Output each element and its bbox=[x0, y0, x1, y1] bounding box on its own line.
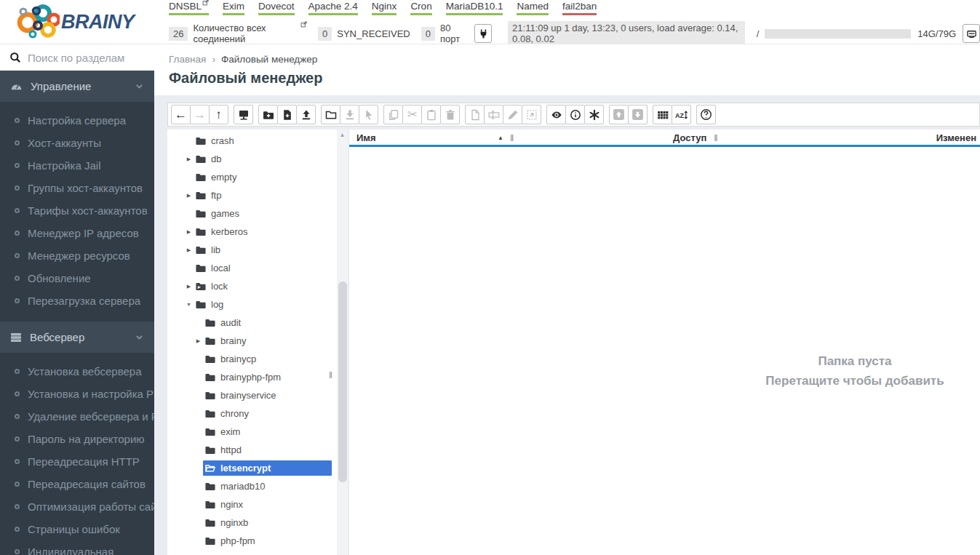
forward-button[interactable]: → bbox=[190, 105, 210, 124]
archive-extract-button[interactable] bbox=[628, 105, 648, 124]
tree-item-anchor[interactable]: db bbox=[194, 151, 332, 167]
properties-button[interactable] bbox=[565, 105, 585, 124]
tree-item-anchor[interactable]: empty bbox=[194, 169, 332, 185]
scroll-up-icon[interactable]: ▲ bbox=[337, 129, 348, 140]
tree-item-anchor[interactable]: nginxb bbox=[203, 515, 332, 530]
tree-item-anchor[interactable]: nginx bbox=[203, 497, 332, 512]
connections-label[interactable]: Количество всех соединений bbox=[193, 23, 307, 44]
tree-item-anchor[interactable]: chrony bbox=[203, 406, 332, 421]
connections-plug-button[interactable] bbox=[474, 24, 492, 43]
sidebar-item-установка-вебсервера[interactable]: Установка вебсервера bbox=[0, 360, 154, 383]
help-button[interactable] bbox=[696, 105, 716, 124]
logo[interactable]: BRAINY bbox=[0, 0, 154, 44]
sidebar-section-вебсервер[interactable]: Вебсервер bbox=[0, 322, 154, 353]
tree-item-anchor[interactable]: lib bbox=[194, 242, 332, 257]
tree-toggle-icon[interactable]: ▶ bbox=[184, 247, 194, 253]
tree-item-brainyphp-fpm[interactable]: brainyphp-fpm bbox=[167, 368, 348, 386]
sidebar-item-менеджер-ресурсов[interactable]: Менеджер ресурсов bbox=[0, 244, 154, 267]
tree-item-brainycp[interactable]: brainycp bbox=[167, 350, 348, 368]
paste-button[interactable] bbox=[421, 105, 441, 124]
edit-button[interactable] bbox=[503, 105, 522, 124]
tree-toggle-icon[interactable]: ▶ bbox=[184, 156, 194, 162]
tree-item-nginx[interactable]: nginx bbox=[167, 495, 348, 514]
service-link-fail2ban[interactable]: fail2ban bbox=[562, 1, 597, 15]
sidebar-item-хост-аккаунты[interactable]: Хост-аккаунты bbox=[0, 132, 154, 154]
tree-item-brainyservice[interactable]: brainyservice bbox=[167, 386, 348, 404]
tree-toggle-icon[interactable]: ▶ bbox=[194, 338, 203, 344]
panel-resize-handle[interactable]: ‖ bbox=[329, 370, 332, 380]
tree-toggle-icon[interactable]: ▶ bbox=[184, 193, 194, 199]
column-header-access[interactable]: Доступ bbox=[673, 132, 706, 143]
tree-item-anchor[interactable]: httpd bbox=[203, 442, 332, 458]
service-link-exim[interactable]: Exim bbox=[223, 1, 244, 15]
service-link-cron[interactable]: Cron bbox=[410, 1, 431, 15]
service-link-mariadb10-1[interactable]: MariaDB10.1 bbox=[446, 1, 503, 15]
sidebar-item-переадресация-сайтов[interactable]: Переадресация сайтов bbox=[0, 473, 154, 495]
sidebar-item-обновление[interactable]: Обновление bbox=[0, 267, 154, 290]
breadcrumb-home[interactable]: Главная bbox=[169, 54, 206, 65]
tree-item-anchor[interactable]: mariadb10 bbox=[203, 479, 332, 494]
tree-toggle-icon[interactable]: ▶ bbox=[184, 229, 194, 235]
sidebar-item-индивидуальная[interactable]: Индивидуальная bbox=[0, 540, 154, 555]
delete-button[interactable] bbox=[440, 105, 460, 124]
column-resize-handle[interactable]: ‖ bbox=[714, 132, 717, 143]
tree-item-anchor[interactable]: php71-fpm bbox=[203, 551, 332, 555]
sidebar-item-пароль-на-директорию[interactable]: Пароль на директорию bbox=[0, 428, 154, 450]
new-file-button[interactable] bbox=[277, 105, 297, 124]
cut-button[interactable]: ✂ bbox=[402, 105, 422, 124]
tree-item-anchor[interactable]: ftp bbox=[194, 188, 332, 203]
sidebar-item-оптимизация-работы-сайта[interactable]: Оптимизация работы сайта bbox=[0, 495, 154, 518]
tree-item-mariadb10[interactable]: mariadb10 bbox=[167, 477, 348, 495]
tree-item-lib[interactable]: ▶lib bbox=[167, 241, 348, 259]
tree-item-kerberos[interactable]: ▶kerberos bbox=[167, 223, 348, 241]
sidebar-item-перезагрузка-сервера[interactable]: Перезагрузка сервера bbox=[0, 290, 154, 312]
search-input[interactable] bbox=[28, 52, 145, 64]
tree-item-anchor[interactable]: lock bbox=[194, 279, 332, 294]
sidebar-section-управление[interactable]: Управление bbox=[0, 71, 154, 102]
tree-item-php-fpm[interactable]: php-fpm bbox=[167, 532, 348, 550]
tree-item-anchor[interactable]: games bbox=[194, 206, 332, 221]
new-folder-button[interactable] bbox=[258, 105, 278, 124]
view-grid-button[interactable] bbox=[653, 105, 672, 124]
tree-item-brainy[interactable]: ▶brainy bbox=[167, 332, 348, 350]
tree-item-chrony[interactable]: chrony bbox=[167, 404, 348, 423]
up-button[interactable]: ↑ bbox=[209, 105, 228, 124]
sidebar-item-страницы-ошибок[interactable]: Страницы ошибок bbox=[0, 518, 154, 540]
tree-scrollbar[interactable]: ▲ bbox=[337, 129, 348, 555]
archive-create-button[interactable] bbox=[609, 105, 629, 124]
permissions-button[interactable] bbox=[584, 105, 604, 124]
tree-item-anchor[interactable]: kerberos bbox=[194, 224, 332, 239]
tree-item-empty[interactable]: empty bbox=[167, 168, 348, 186]
tree-item-audit[interactable]: audit bbox=[167, 314, 348, 332]
sidebar-item-тарифы-хост-аккаунтов[interactable]: Тарифы хост-аккаунтов bbox=[0, 199, 154, 222]
sidebar-item-переадресация-http[interactable]: Переадресация HTTP bbox=[0, 450, 154, 473]
duplicate-button[interactable] bbox=[465, 105, 485, 124]
sidebar-item-установка-и-настройка-php[interactable]: Установка и настройка PHP bbox=[0, 383, 154, 405]
service-link-apache-2-4[interactable]: Apache 2.4 bbox=[308, 1, 358, 15]
download-button[interactable] bbox=[340, 105, 359, 124]
tree-item-php71-fpm[interactable]: php71-fpm bbox=[167, 550, 348, 555]
sort-button[interactable]: AZ bbox=[672, 105, 691, 124]
sidebar-item-группы-хост-аккаунтов[interactable]: Группы хост-аккаунтов bbox=[0, 177, 154, 199]
tree-item-httpd[interactable]: httpd bbox=[167, 441, 348, 459]
tree-item-anchor[interactable]: local bbox=[194, 260, 332, 276]
tree-item-db[interactable]: ▶db bbox=[167, 150, 348, 168]
tree-item-anchor[interactable]: brainy bbox=[203, 333, 332, 348]
sidebar-item-настройка-сервера[interactable]: Настройка сервера bbox=[0, 109, 154, 132]
service-link-nginx[interactable]: Nginx bbox=[372, 1, 397, 15]
service-link-dnsbl[interactable]: DNSBL bbox=[169, 1, 209, 15]
back-button[interactable]: ← bbox=[171, 105, 191, 124]
column-header-name[interactable]: Имя bbox=[356, 132, 376, 143]
upload-button[interactable] bbox=[296, 105, 316, 124]
tree-toggle-icon[interactable]: ▼ bbox=[184, 302, 194, 307]
copy-button[interactable] bbox=[383, 105, 403, 124]
select-button[interactable] bbox=[359, 105, 378, 124]
tree-item-ftp[interactable]: ▶ftp bbox=[167, 186, 348, 204]
tree-item-anchor[interactable]: brainyphp-fpm bbox=[203, 370, 332, 385]
disk-info-button[interactable] bbox=[963, 24, 980, 43]
extract-button[interactable] bbox=[522, 105, 541, 124]
tree-item-exim[interactable]: exim bbox=[167, 423, 348, 441]
tree-scrollbar-thumb[interactable] bbox=[338, 282, 347, 482]
tree-item-anchor[interactable]: brainycp bbox=[203, 351, 332, 367]
tree-toggle-icon[interactable]: ▶ bbox=[184, 284, 194, 290]
